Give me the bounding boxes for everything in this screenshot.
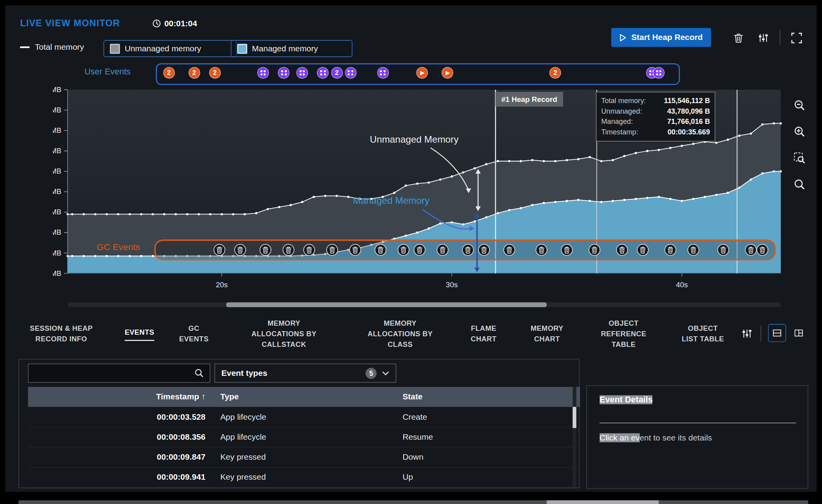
svg-text:100 MB: 100 MB: [53, 167, 62, 175]
tooltip-row: Total memory:115,546,112 B: [601, 96, 710, 106]
tab-label: MEMORY CHART: [531, 323, 564, 344]
column-header-state[interactable]: State: [395, 392, 580, 402]
cell-state: Down: [395, 452, 580, 462]
page-scrollbar-track[interactable]: [18, 500, 808, 504]
start-heap-record-button[interactable]: Start Heap Record: [611, 28, 711, 47]
user-event-count-icon[interactable]: 2: [209, 67, 221, 79]
app-window: LIVE VIEW MONITOR 00:01:04 Start Heap Re…: [0, 0, 822, 504]
tab-memory-allocations-by-callstack[interactable]: MEMORY ALLOCATIONS BY CALLSTACK: [238, 315, 330, 352]
user-event-play-icon[interactable]: ▶: [441, 67, 453, 79]
svg-text:120 MB: 120 MB: [53, 147, 62, 155]
gc-event-trash-icon: [437, 244, 448, 255]
gc-event-trash-icon: [536, 244, 547, 255]
svg-text:160 MB: 160 MB: [53, 106, 62, 114]
layout-split-horizontal-button[interactable]: [768, 324, 786, 342]
tab-session-heap-record-info[interactable]: SESSION & HEAP RECORD INFO: [19, 315, 104, 352]
tooltip-value: 115,546,112 B: [664, 96, 710, 106]
fullscreen-button[interactable]: [789, 31, 804, 45]
legend-total-memory: Total memory: [20, 42, 84, 52]
tab-gc-events[interactable]: GC EVENTS: [167, 315, 220, 352]
zoom-in-button[interactable]: [790, 122, 809, 141]
user-events-label: User Events: [85, 67, 131, 76]
cell-type: Key pressed: [213, 472, 395, 482]
tab-memory-chart[interactable]: MEMORY CHART: [516, 315, 577, 352]
event-details-title: Event Details: [600, 395, 653, 404]
cell-type: App lifecycle: [213, 412, 395, 422]
tooltip-row: Timestamp:00:00:35.669: [601, 127, 710, 138]
live-view-monitor-panel: LIVE VIEW MONITOR 00:01:04 Start Heap Re…: [5, 5, 817, 492]
gc-event-trash-icon: [757, 244, 768, 255]
chart-settings-button[interactable]: [757, 31, 770, 45]
table-scrollbar-thumb[interactable]: [573, 407, 576, 428]
gc-event-trash-icon: [504, 244, 515, 255]
legend-managed-toggle[interactable]: Managed memory: [231, 40, 353, 57]
tab-label: FLAME CHART: [471, 323, 496, 344]
user-event-count-icon[interactable]: 2: [163, 67, 175, 79]
session-timer: 00:01:04: [164, 19, 197, 28]
user-event-count-icon[interactable]: 2: [331, 67, 343, 79]
gc-event-trash-icon: [398, 244, 409, 255]
user-event-play-icon[interactable]: ▶: [416, 67, 428, 79]
gc-event-trash-icon: [214, 244, 225, 255]
zoom-selection-button[interactable]: [790, 149, 809, 168]
tab-events[interactable]: EVENTS: [108, 315, 171, 352]
tab-label: OBJECT LIST TABLE: [682, 323, 724, 344]
search-box: [28, 364, 210, 383]
tab-memory-allocations-by-class[interactable]: MEMORY ALLOCATIONS BY CLASS: [354, 315, 446, 352]
table-row[interactable]: 00:00:09.941 Key pressed Up: [28, 467, 580, 488]
gc-event-trash-icon: [688, 244, 699, 255]
legend-managed-label: Managed memory: [252, 44, 318, 53]
svg-text:80 MB: 80 MB: [53, 188, 62, 196]
page-scrollbar-thumb[interactable]: [547, 500, 659, 504]
trash-icon: [733, 32, 744, 44]
delete-session-button[interactable]: [732, 31, 746, 45]
table-row[interactable]: 00:00:09.847 Key pressed Down: [28, 447, 580, 468]
legend-unmanaged-toggle[interactable]: Unmanaged memory: [104, 40, 236, 57]
zoom-reset-button[interactable]: [790, 175, 809, 194]
gc-event-trash-icon: [478, 244, 489, 255]
total-memory-line-swatch: [20, 46, 29, 48]
sliders-icon: [741, 328, 753, 339]
table-row[interactable]: 00:00:08.356 App lifecycle Resume: [28, 427, 580, 448]
table-scrollbar-track[interactable]: [573, 387, 576, 487]
gc-event-trash-icon: [561, 244, 572, 255]
tooltip-label: Unmanaged:: [601, 106, 642, 117]
layout-grid-button[interactable]: [790, 324, 808, 342]
user-event-grid-icon[interactable]: [377, 67, 389, 79]
svg-text:140 MB: 140 MB: [53, 127, 62, 134]
search-input[interactable]: [29, 369, 194, 378]
tab-label: EVENTS: [125, 327, 154, 341]
gc-event-trash-icon: [462, 244, 473, 255]
svg-text:180 MB: 180 MB: [53, 86, 62, 94]
event-types-count-badge: 5: [366, 368, 376, 379]
table-row[interactable]: 00:00:03.528 App lifecycle Create: [28, 407, 580, 428]
tooltip-row: Unmanaged:43,780,096 B: [601, 106, 710, 117]
user-event-grid-icon[interactable]: [345, 67, 356, 79]
chart-scrollbar-thumb[interactable]: [226, 303, 547, 307]
tab-object-list-table[interactable]: OBJECT LIST TABLE: [670, 315, 736, 352]
cell-timestamp: 00:00:03.528: [28, 412, 213, 422]
column-header-timestamp[interactable]: Timestamp ↑: [28, 392, 213, 402]
tooltip-value: 43,780,096 B: [667, 106, 710, 117]
gc-event-trash-icon: [327, 244, 338, 255]
heap-record-marker-label: #1 Heap Record: [495, 92, 563, 107]
user-event-count-icon[interactable]: 2: [188, 67, 200, 79]
event-details-panel: Event Details Click an event to see its …: [586, 385, 808, 489]
cell-state: Up: [395, 472, 580, 482]
tab-flame-chart[interactable]: FLAME CHART: [458, 315, 509, 352]
event-types-dropdown[interactable]: Event types 5: [215, 364, 396, 383]
column-header-type[interactable]: Type: [213, 392, 395, 402]
gc-event-trash-icon: [260, 244, 271, 255]
zoom-out-button[interactable]: [790, 96, 809, 115]
gc-event-trash-icon: [589, 244, 600, 255]
svg-text:60 MB: 60 MB: [53, 208, 62, 216]
panel-settings-button[interactable]: [738, 325, 755, 342]
tooltip-value: 71,766,016 B: [667, 117, 710, 127]
tab-label: GC EVENTS: [179, 323, 209, 344]
tooltip-value: 00:00:35.669: [667, 127, 710, 138]
tabbar-separator: [761, 326, 761, 341]
tab-label: MEMORY ALLOCATIONS BY CALLSTACK: [251, 318, 316, 350]
tab-object-reference-table[interactable]: OBJECT REFERENCE TABLE: [591, 315, 657, 352]
cell-type: App lifecycle: [213, 432, 395, 442]
gc-events-label: GC Events: [97, 242, 140, 253]
